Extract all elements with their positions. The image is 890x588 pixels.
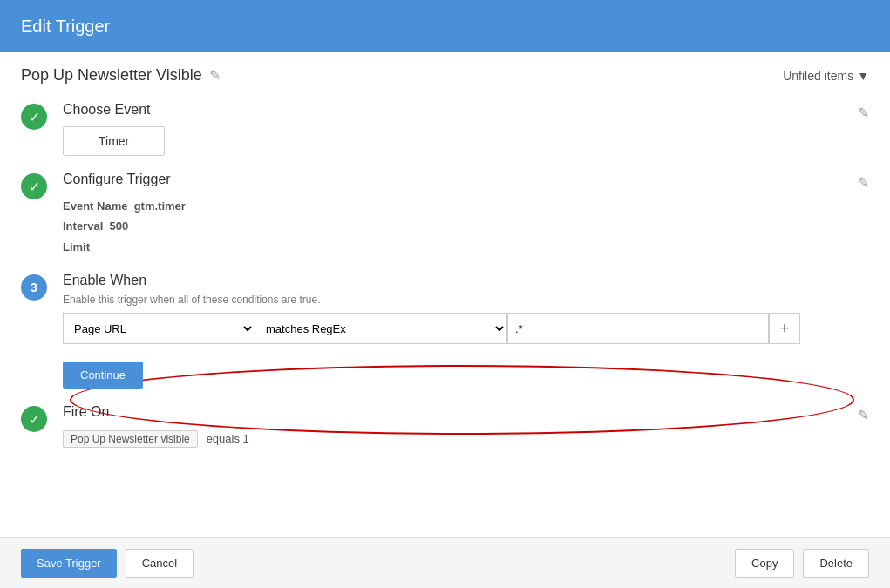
fire-on-tag-row: Pop Up Newsletter visible equals 1 (63, 425, 869, 448)
step3-number: 3 (31, 280, 37, 294)
interval-line: Interval 500 (63, 216, 869, 236)
step1-content: Choose Event ✎ Timer (63, 102, 869, 156)
unfiled-items-chevron-icon: ▼ (857, 69, 869, 83)
unfiled-items-label: Unfiled items (783, 69, 853, 83)
step3-content: Enable When Enable this trigger when all… (63, 273, 869, 389)
cancel-button[interactable]: Cancel (126, 549, 194, 578)
trigger-name-edit-icon[interactable]: ✎ (209, 67, 221, 84)
continue-button[interactable]: Continue (63, 362, 143, 389)
step1-header-row: Choose Event ✎ (63, 102, 869, 123)
header-title: Edit Trigger (21, 17, 110, 37)
checkmark-icon: ✓ (29, 109, 40, 125)
step4-title: Fire On (63, 404, 109, 420)
step4-content: Fire On ✎ Pop Up Newsletter visible equa… (63, 404, 869, 448)
step2-header-row: Configure Trigger ✎ (63, 172, 869, 193)
checkmark2-icon: ✓ (29, 179, 40, 195)
fire-on-tag: Pop Up Newsletter visible (63, 430, 198, 448)
step4-header-row: Fire On ✎ (63, 404, 869, 425)
step2-edit-icon[interactable]: ✎ (858, 174, 869, 191)
enable-when-desc: Enable this trigger when all of these co… (63, 294, 869, 306)
step2-check-icon: ✓ (21, 173, 47, 199)
limit-line: Limit (63, 237, 869, 257)
condition-value-input[interactable] (507, 313, 769, 344)
step2-title: Configure Trigger (63, 172, 171, 187)
delete-button[interactable]: Delete (803, 549, 869, 578)
step2-content: Configure Trigger ✎ Event Name gtm.timer… (63, 172, 869, 257)
step1-title: Choose Event (63, 102, 151, 118)
condition-add-button[interactable]: + (769, 313, 800, 344)
unfiled-items-dropdown[interactable]: Unfiled items ▼ (783, 69, 869, 83)
step-enable-when: 3 Enable When Enable this trigger when a… (21, 273, 869, 389)
condition-row: Page URL Page Path Page Hostname matches… (63, 313, 869, 344)
step1-edit-icon[interactable]: ✎ (858, 105, 869, 121)
limit-label: Limit (63, 240, 90, 253)
header: Edit Trigger (0, 0, 890, 52)
condition-variable-select[interactable]: Page URL Page Path Page Hostname (63, 313, 255, 344)
footer-left: Save Trigger Cancel (21, 549, 194, 578)
fire-on-tag-value: equals 1 (207, 432, 249, 445)
step-choose-event: ✓ Choose Event ✎ Timer (21, 102, 869, 156)
trigger-name: Pop Up Newsletter Visible ✎ (21, 66, 221, 84)
interval-label: Interval (63, 220, 103, 233)
step1-check-icon: ✓ (21, 104, 47, 130)
enable-when-section: Enable this trigger when all of these co… (63, 294, 869, 389)
copy-button[interactable]: Copy (735, 549, 794, 578)
event-name-label: Event Name (63, 199, 127, 213)
step-configure-trigger: ✓ Configure Trigger ✎ Event Name gtm.tim… (21, 172, 869, 257)
main-content: Pop Up Newsletter Visible ✎ Unfiled item… (0, 52, 890, 477)
timer-button[interactable]: Timer (63, 126, 165, 156)
steps-container: ✓ Choose Event ✎ Timer ✓ Configure Trigg… (21, 102, 869, 448)
interval-value: 500 (109, 220, 128, 233)
trigger-name-row: Pop Up Newsletter Visible ✎ Unfiled item… (21, 66, 869, 84)
save-trigger-button[interactable]: Save Trigger (21, 549, 117, 578)
footer: Save Trigger Cancel Copy Delete (0, 537, 890, 588)
footer-right: Copy Delete (735, 549, 869, 578)
event-name-value: gtm.timer (134, 199, 186, 213)
event-name-line: Event Name gtm.timer (63, 196, 869, 216)
step4-check-icon: ✓ (21, 406, 47, 432)
checkmark4-icon: ✓ (29, 411, 40, 428)
config-info: Event Name gtm.timer Interval 500 Limit (63, 196, 869, 257)
step-fire-on: ✓ Fire On ✎ Pop Up Newsletter visible eq… (21, 404, 869, 448)
step4-edit-icon[interactable]: ✎ (858, 407, 869, 423)
trigger-name-text: Pop Up Newsletter Visible (21, 66, 202, 84)
step3-title: Enable When (63, 273, 869, 288)
condition-operator-select[interactable]: matches RegEx equals contains (255, 313, 507, 344)
step3-number-icon: 3 (21, 274, 47, 301)
